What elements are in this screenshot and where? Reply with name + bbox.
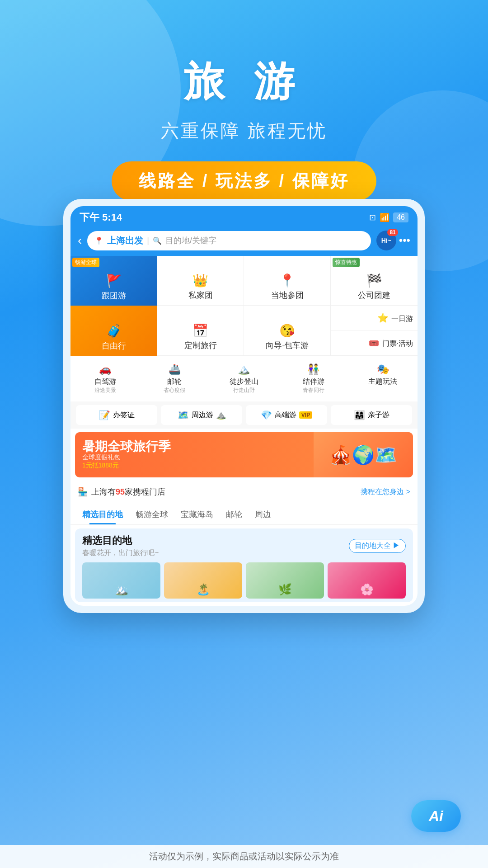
banner-content: 暑期全球旅行季 全球度假礼包 1元抵1888元	[82, 440, 171, 470]
menu-item-group-tour[interactable]: 畅游全球 🚩 跟团游	[70, 256, 157, 306]
menu-item-day-tour[interactable]: ⭐ 一日游	[331, 306, 418, 330]
nearby-icon: 🗺️	[178, 410, 189, 420]
dest-header: 精选目的地 春暖花开，出门旅行吧~ 目的地大全 ▶	[82, 534, 406, 558]
hiking-sublabel: 行走山野	[233, 387, 255, 394]
local-tour-label: 当地参团	[271, 290, 304, 301]
buddy-icon: 👫	[307, 363, 319, 375]
dest-all-button[interactable]: 目的地大全 ▶	[349, 539, 406, 553]
ai-button[interactable]: Ai	[411, 800, 461, 832]
banner-image: 🎪🌍🗺️	[314, 432, 413, 477]
buddy-sublabel: 青春同行	[303, 387, 324, 394]
menu-item-custom-travel[interactable]: 📅 定制旅行	[157, 306, 244, 356]
group-tour-label: 跟团游	[102, 290, 126, 301]
store-text: 上海有95家携程门店	[91, 486, 165, 497]
menu-tag-2: 惊喜特惠	[333, 258, 360, 267]
search-bar: ‹ 📍 上海出发 | 🔍 目的地/关键字 Hi~ 81 •••	[70, 227, 418, 256]
service-nearby[interactable]: 🗺️ 周边游 ⛰️	[161, 405, 242, 425]
dest-img-1[interactable]: 🏔️	[82, 562, 160, 599]
dest-img-4[interactable]: 🌸	[328, 562, 406, 599]
search-divider: |	[147, 236, 149, 245]
self-drive-label: 自驾游	[94, 377, 116, 387]
menu-tag-1: 畅游全球	[72, 258, 99, 267]
visa-label: 办签证	[113, 410, 135, 420]
menu-item-hiking[interactable]: 🏔️ 徒步登山 行走山野	[209, 360, 279, 398]
store-link[interactable]: 携程在您身边 >	[361, 487, 410, 497]
menu-item-theme[interactable]: 🎭 主题玩法	[348, 360, 418, 398]
hero-subtitle: 六重保障 旅程无忧	[0, 118, 488, 143]
service-luxury[interactable]: 💎 高端游 VIP	[246, 405, 327, 425]
menu-item-local-tour[interactable]: 📍 当地参团	[244, 256, 331, 306]
tab-featured-dest[interactable]: 精选目的地	[76, 506, 129, 524]
tab-nearby[interactable]: 周边	[249, 506, 277, 524]
tab-island[interactable]: 宝藏海岛	[174, 506, 220, 524]
cruise-icon: 🚢	[169, 363, 181, 375]
phone-mockup: 下午 5:14 ⊡ 📶 46 ‹ 📍 上海出发 | 🔍 目的地/关键字 Hi~	[63, 199, 425, 613]
hiking-label: 徒步登山	[230, 377, 258, 387]
menu-col-right: ⭐ 一日游 🎟️ 门票·活动	[331, 306, 418, 356]
store-info: 🏪 上海有95家携程门店	[78, 486, 165, 497]
search-input-area[interactable]: 📍 上海出发 | 🔍 目的地/关键字	[87, 231, 371, 250]
more-icon[interactable]: •••	[399, 234, 410, 247]
dest-images: 🏔️ 🏝️ 🌿 🌸	[82, 562, 406, 599]
menu-item-guide-tour[interactable]: 😘 向导·包车游	[244, 306, 331, 356]
cruise-sublabel: 省心度假	[164, 387, 185, 394]
service-family[interactable]: 👨‍👩‍👧 亲子游	[331, 405, 412, 425]
custom-travel-icon: 📅	[192, 323, 208, 338]
search-actions: Hi~ 81 •••	[376, 231, 410, 250]
nearby-arrow: ⛰️	[216, 410, 226, 420]
tabs-row: 精选目的地 畅游全球 宝藏海岛 邮轮 周边	[70, 503, 418, 525]
menu-row3: 🚗 自驾游 沿途美景 🚢 邮轮 省心度假 🏔️ 徒步登山 行走山野 👫 结伴游 …	[70, 356, 418, 401]
menu-item-self-drive[interactable]: 🚗 自驾游 沿途美景	[70, 360, 140, 398]
hi-label: Hi~	[381, 237, 391, 244]
family-label: 亲子游	[368, 410, 389, 420]
menu-grid-row1: 畅游全球 🚩 跟团游 👑 私家团 📍 当地参团 惊喜特惠 🏁 公司团建	[70, 256, 418, 306]
nearby-label: 周边游	[192, 410, 213, 420]
hero-section: 旅 游 六重保障 旅程无忧 线路全 / 玩法多 / 保障好	[0, 0, 488, 201]
search-placeholder: 目的地/关键字	[165, 235, 216, 246]
avatar-badge[interactable]: Hi~ 81	[376, 231, 396, 250]
family-icon: 👨‍👩‍👧	[354, 410, 365, 420]
day-tour-label: 一日游	[391, 314, 413, 324]
visa-icon: 📝	[99, 410, 110, 420]
private-tour-label: 私家团	[188, 290, 213, 301]
guide-tour-label: 向导·包车游	[266, 340, 309, 351]
theme-icon: 🎭	[377, 363, 389, 375]
dest-img-3[interactable]: 🌿	[246, 562, 324, 599]
tab-global[interactable]: 畅游全球	[129, 506, 174, 524]
hiking-icon: 🏔️	[238, 363, 250, 375]
luxury-label: 高端游	[275, 410, 296, 420]
menu-item-buddy[interactable]: 👫 结伴游 青春同行	[279, 360, 348, 398]
back-button[interactable]: ‹	[78, 233, 82, 248]
vip-badge: VIP	[299, 411, 312, 419]
menu-item-free-travel[interactable]: 🧳 自由行	[70, 306, 157, 356]
custom-travel-label: 定制旅行	[184, 340, 217, 351]
theme-label: 主题玩法	[368, 377, 397, 387]
dest-img-2[interactable]: 🏝️	[164, 562, 242, 599]
menu-grid-row2: 🧳 自由行 📅 定制旅行 😘 向导·包车游 ⭐ 一日游 🎟️	[70, 306, 418, 356]
self-drive-sublabel: 沿途美景	[94, 387, 116, 394]
private-tour-icon: 👑	[192, 273, 208, 288]
day-tour-icon: ⭐	[377, 312, 389, 323]
dest-title: 精选目的地	[82, 534, 159, 547]
company-tour-label: 公司团建	[358, 290, 390, 301]
menu-item-company-tour[interactable]: 惊喜特惠 🏁 公司团建	[331, 256, 418, 306]
ai-label: Ai	[429, 808, 443, 825]
search-location: 上海出发	[107, 235, 143, 247]
guide-tour-icon: 😘	[279, 323, 295, 338]
banner-discount: 1元抵1888元	[82, 462, 171, 470]
company-tour-icon: 🏁	[366, 273, 382, 288]
destination-section: 精选目的地 春暖花开，出门旅行吧~ 目的地大全 ▶ 🏔️ 🏝️ 🌿 🌸	[75, 528, 413, 602]
service-visa[interactable]: 📝 办签证	[76, 405, 157, 425]
self-drive-icon: 🚗	[99, 363, 111, 375]
menu-item-ticket[interactable]: 🎟️ 门票·活动	[331, 330, 418, 355]
hero-badge: 线路全 / 玩法多 / 保障好	[112, 161, 376, 201]
free-travel-icon: 🧳	[106, 324, 122, 339]
screenshot-icon: ⊡	[369, 212, 376, 222]
buddy-label: 结伴游	[303, 377, 324, 387]
store-row: 🏪 上海有95家携程门店 携程在您身边 >	[70, 481, 418, 503]
menu-item-private-tour[interactable]: 👑 私家团	[157, 256, 244, 306]
promo-banner[interactable]: 暑期全球旅行季 全球度假礼包 1元抵1888元 🎪🌍🗺️	[75, 432, 413, 477]
tab-cruise[interactable]: 邮轮	[220, 506, 249, 524]
banner-sub-text: 全球度假礼包	[82, 453, 171, 462]
menu-item-cruise[interactable]: 🚢 邮轮 省心度假	[140, 360, 210, 398]
